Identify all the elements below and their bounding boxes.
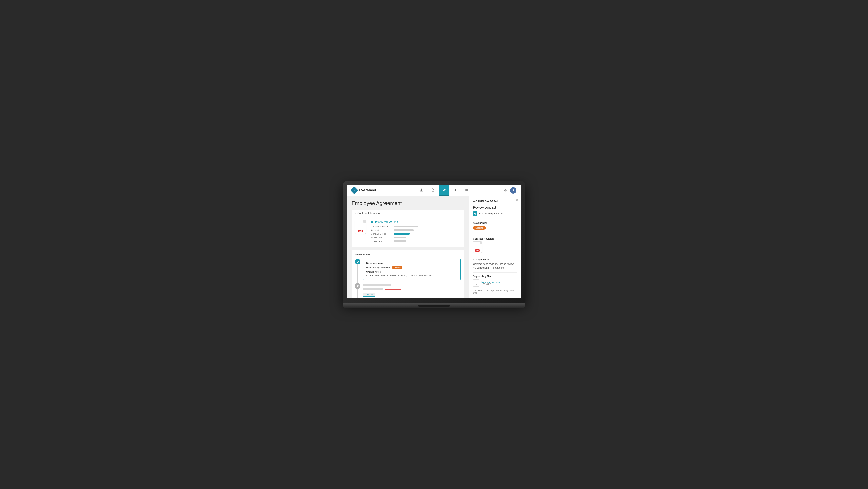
nav-list[interactable] <box>462 185 472 196</box>
contract-info-body: .pdf Employee Agreement Contract Number <box>351 217 464 247</box>
field-label-contract-group: Contract Group <box>371 233 391 235</box>
app-container: e Eversheet <box>347 185 521 298</box>
panel-change-notes-text: Contract need revision. Please review my… <box>473 262 517 269</box>
contract-fields: Employee Agreement Contract Number Accou… <box>371 220 461 243</box>
contract-info-header[interactable]: ▾ Contract Information <box>351 209 464 217</box>
panel-task-title: Review contract <box>473 206 517 209</box>
logo-text: Eversheet <box>359 188 376 192</box>
supporting-file-row: R New regulations.pdf 172.64 KB <box>473 280 517 287</box>
divider-1 <box>473 219 517 219</box>
topnav: e Eversheet <box>347 185 521 196</box>
workflow-item-active: Review contract Reviewed by John Doe Lea… <box>355 259 461 280</box>
nav-workflow[interactable] <box>439 185 449 196</box>
field-contract-group: Contract Group <box>371 233 461 235</box>
contract-title-link[interactable]: Employee Agreement <box>371 220 461 223</box>
field-label-active-date: Active Date <box>371 236 391 239</box>
laptop-shell: e Eversheet <box>343 181 525 308</box>
logo-area: e Eversheet <box>351 188 376 193</box>
chevron-icon: ▾ <box>355 212 356 214</box>
nav-document[interactable] <box>428 185 438 196</box>
workflow-row-1a <box>363 285 401 287</box>
placeholder-bar-red-1 <box>385 289 401 290</box>
file-icon: R <box>473 280 479 287</box>
workflow-item-pending-1: Review <box>355 283 461 298</box>
field-bar-expiry-date <box>394 240 406 242</box>
file-icon-letter: R <box>475 284 477 286</box>
content-area: Employee Agreement ▾ Contract Informatio… <box>347 196 469 298</box>
reviewer-icon <box>473 211 477 216</box>
field-bar-account <box>394 229 414 231</box>
file-info: New regulations.pdf 172.64 KB <box>482 281 517 286</box>
panel-pdf-doc[interactable]: .pdf <box>473 241 482 253</box>
divider-2 <box>473 235 517 235</box>
workflow-title: WORKFLOW <box>355 253 461 256</box>
workflow-section: WORKFLOW Rev <box>351 250 464 298</box>
review-button[interactable]: Review <box>363 293 375 297</box>
workflow-content-pending-1: Review <box>363 283 401 298</box>
panel-pdf-badge: .pdf <box>475 249 480 252</box>
panel-change-notes-label: Change Notes <box>473 258 517 261</box>
workflow-reviewer: Reviewed by John Doe <box>366 266 390 269</box>
field-label-account: Account <box>371 229 391 231</box>
file-name[interactable]: New regulations.pdf <box>482 281 517 283</box>
panel-reviewer-name: Reviewed by John Doe <box>479 212 504 215</box>
workflow-row-1b <box>363 288 401 291</box>
field-bar-contract-number <box>394 226 418 227</box>
placeholder-line-1a <box>363 285 391 286</box>
panel-close-button[interactable]: ✕ <box>516 198 519 202</box>
nav-right: ⚙ S <box>504 187 517 194</box>
panel-stakeholder-badge: Leasing <box>473 226 486 230</box>
panel-submitted-text: Submitted on 28 Aug 2019 12:10 by John D… <box>473 289 517 294</box>
laptop-base <box>343 303 525 308</box>
field-active-date: Active Date <box>371 236 461 239</box>
user-avatar[interactable]: S <box>510 187 517 194</box>
pdf-badge: .pdf <box>358 230 363 232</box>
workflow-active-card: Review contract Reviewed by John Doe Lea… <box>363 259 461 280</box>
panel-supporting-label: Supporting File <box>473 275 517 278</box>
workflow-content-active: Review contract Reviewed by John Doe Lea… <box>363 259 461 280</box>
placeholder-line-1b <box>363 288 383 290</box>
nav-person[interactable] <box>416 185 426 196</box>
laptop-screen: e Eversheet <box>347 185 521 298</box>
change-notes-text: Contract need revision. Please review my… <box>366 274 458 277</box>
stakeholder-badge-workflow: Leasing <box>392 266 402 269</box>
workflow-node-active <box>355 259 361 264</box>
workflow-node-pending-1 <box>355 283 361 289</box>
workflow-detail-panel: ✕ WORKFLOW DETAIL Review contract Review… <box>469 196 521 298</box>
file-size: 172.64 KB <box>482 283 517 286</box>
field-label-expiry-date: Expiry Date <box>371 240 391 242</box>
field-contract-number: Contract Number <box>371 225 461 228</box>
screen-bezel: e Eversheet <box>343 181 525 303</box>
panel-stakeholder-label: Stakeholder <box>473 222 517 225</box>
settings-icon[interactable]: ⚙ <box>504 188 507 192</box>
field-bar-active-date <box>394 237 406 238</box>
laptop-notch <box>418 305 450 307</box>
field-expiry-date: Expiry Date <box>371 240 461 242</box>
field-bar-contract-group <box>394 233 410 235</box>
panel-contract-revision-label: Contract Revision <box>473 237 517 240</box>
field-label-contract-number: Contract Number <box>371 225 391 228</box>
panel-pdf-container: .pdf <box>473 241 517 253</box>
nav-bell[interactable] <box>451 185 460 196</box>
section-title: Contract Information <box>358 211 381 215</box>
main-content: Employee Agreement ▾ Contract Informatio… <box>347 196 521 298</box>
field-account: Account <box>371 229 461 231</box>
panel-header: WORKFLOW DETAIL <box>473 200 517 203</box>
workflow-meta: Reviewed by John Doe Leasing <box>366 266 458 269</box>
change-notes-label: Change notes: <box>366 270 458 273</box>
contract-info-card: ▾ Contract Information .pdf <box>351 209 464 247</box>
logo-icon: e <box>350 186 359 194</box>
workflow-items: Review contract Reviewed by John Doe Lea… <box>355 259 461 298</box>
pdf-icon-container: .pdf <box>355 220 367 243</box>
nav-icons <box>384 185 504 196</box>
panel-reviewed-by: Reviewed by John Doe <box>473 211 517 216</box>
pdf-doc[interactable]: .pdf <box>355 220 366 234</box>
page-title: Employee Agreement <box>351 200 464 206</box>
workflow-item-title-active: Review contract <box>366 262 458 265</box>
divider-3 <box>473 256 517 256</box>
